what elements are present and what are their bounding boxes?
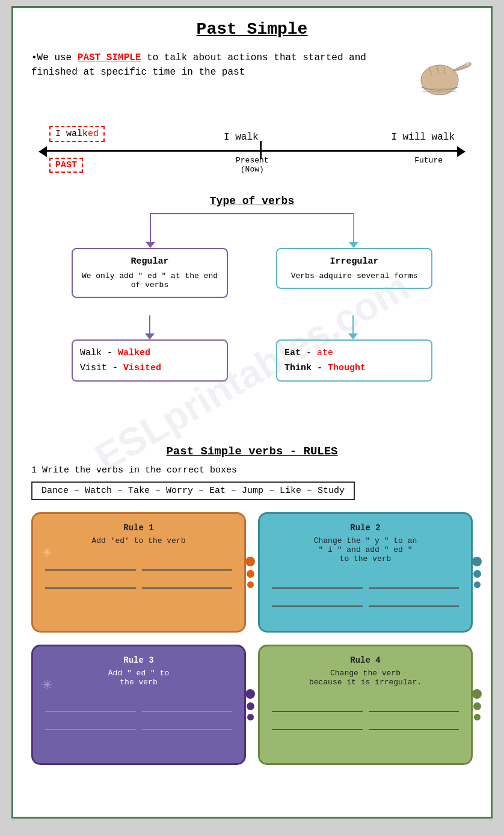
rule1-wrapper: ✳ Rule 1 Add 'ed' to the verb (31, 512, 246, 633)
rule1-title: Rule 1 (45, 523, 232, 533)
rule3-lines (45, 699, 232, 730)
rule3-dot2 (247, 702, 254, 710)
intro-text: •We use PAST SIMPLE to talk about action… (31, 51, 380, 79)
walked-box: I walked (49, 126, 105, 142)
right-drop-line (353, 213, 354, 246)
rule3-wrapper: ✳ Rule 3 Add " ed " to the verb (31, 645, 246, 765)
left-arrow-down (146, 242, 155, 248)
snowflake-3: ✳ (42, 673, 52, 694)
rule1-line1[interactable] (45, 557, 136, 571)
top-connector-line (150, 213, 354, 214)
regular-desc: We only add " ed " at the end of verbs (80, 271, 220, 290)
rule3-dot3 (247, 714, 254, 720)
irregular-result-box: Eat - ate Think - Thought (276, 339, 432, 382)
timeline-line (43, 150, 461, 152)
flowchart-title: Type of verbs (31, 195, 473, 207)
flowchart-section: Type of verbs Regular We only add " ed "… (31, 195, 473, 430)
rule3-line3[interactable] (45, 717, 136, 730)
irregular-title: Irregular (284, 256, 424, 267)
rule4-line3[interactable] (272, 717, 363, 730)
rule4-dot2 (473, 702, 481, 710)
rule2-wrapper: Rule 2 Change the " y " to an " i " and … (258, 512, 473, 633)
rule3-card: ✳ Rule 3 Add " ed " to the verb (31, 645, 246, 765)
walked-ed: ed (88, 129, 99, 139)
rule3-dot1 (245, 689, 255, 699)
regular-result-2-red: Visited (123, 363, 161, 373)
rule1-dots (245, 557, 255, 588)
rule1-subtitle: Add 'ed' to the verb (45, 536, 232, 545)
rule2-line1[interactable] (272, 575, 363, 589)
rule1-lines (45, 557, 232, 589)
regular-title: Regular (80, 256, 220, 267)
intro-before: •We use (31, 52, 78, 63)
rule1-dot2 (247, 570, 254, 578)
rule2-line4[interactable] (369, 593, 459, 607)
rule1-dot1 (245, 557, 255, 566)
rule2-line2[interactable] (369, 575, 459, 589)
will-walk-label: I will walk (391, 132, 455, 143)
past-box: PAST (49, 158, 83, 173)
rule1-line2[interactable] (142, 557, 233, 571)
rule1-card: ✳ Rule 1 Add 'ed' to the verb (31, 512, 246, 633)
rule4-wrapper: Rule 4 Change the verb because it is irr… (258, 645, 473, 765)
regular-box: Regular We only add " ed " at the end of… (72, 248, 228, 298)
svg-point-6 (466, 63, 470, 66)
rule2-dot1 (472, 557, 482, 566)
timeline-section: I walked PAST I walk Present(Now) I will… (31, 117, 473, 177)
rule4-dot3 (474, 714, 481, 720)
page-container: ESLprintables.com Past Simple •We use PA… (11, 6, 493, 819)
rules-title: Past Simple verbs - RULES (31, 445, 473, 458)
snowflake-1: ✳ (42, 541, 52, 562)
arrow-right (457, 146, 466, 157)
irregular-result-2: Think - Thought (284, 363, 424, 373)
rule2-dot3 (474, 581, 481, 588)
rule3-dots (245, 689, 255, 720)
rule2-dots (472, 557, 482, 588)
instruction: 1 Write the verbs in the correct boxes (31, 465, 473, 475)
rule4-dots (472, 689, 482, 720)
rule3-title: Rule 3 (45, 655, 232, 665)
rule4-lines (272, 699, 459, 730)
irregular-result-2-red: Thought (328, 363, 366, 373)
rule1-line3[interactable] (45, 575, 136, 589)
regular-result-2: Visit - Visited (80, 363, 220, 373)
rule2-line3[interactable] (272, 593, 363, 607)
arrow-left (38, 146, 47, 157)
future-label: Future (414, 156, 443, 165)
hand-icon (407, 51, 473, 99)
rule4-line4[interactable] (369, 717, 459, 730)
rule2-title: Rule 2 (272, 523, 459, 533)
verbs-box: Dance – Watch – Take – Worry – Eat – Jum… (31, 481, 355, 500)
regular-result-1: Walk - Walked (80, 348, 220, 358)
page-title: Past Simple (31, 20, 473, 39)
walk-label: I walk (224, 132, 259, 143)
irregular-desc: Verbs adquire several forms (284, 271, 424, 280)
intro-section: •We use PAST SIMPLE to talk about action… (31, 51, 473, 99)
rule3-line1[interactable] (45, 699, 136, 712)
rule4-line2[interactable] (369, 699, 459, 712)
irregular-box: Irregular Verbs adquire several forms (276, 248, 432, 289)
rule2-card: Rule 2 Change the " y " to an " i " and … (258, 512, 473, 633)
rule4-card: Rule 4 Change the verb because it is irr… (258, 645, 473, 765)
rule1-line4[interactable] (142, 575, 233, 589)
rules-section: Past Simple verbs - RULES 1 Write the ve… (31, 445, 473, 765)
rule3-subtitle: Add " ed " to the verb (45, 669, 232, 687)
intro-highlight: PAST SIMPLE (78, 52, 141, 63)
rule3-line4[interactable] (142, 717, 233, 730)
rule2-subtitle: Change the " y " to an " i " and add " e… (272, 536, 459, 563)
rule3-line2[interactable] (142, 699, 233, 712)
rule4-dot1 (472, 689, 482, 699)
left-drop-line (150, 213, 151, 246)
irregular-result-1: Eat - ate (284, 348, 424, 358)
rule4-title: Rule 4 (272, 655, 459, 665)
rule2-lines (272, 575, 459, 607)
irregular-result-1-red: ate (317, 348, 333, 358)
rules-grid: ✳ Rule 1 Add 'ed' to the verb (31, 512, 473, 765)
right-arrow-down (349, 242, 358, 248)
rule4-line1[interactable] (272, 699, 363, 712)
regular-result-1-red: Walked (118, 348, 150, 358)
flowchart-container: Regular We only add " ed " at the end of… (31, 213, 473, 430)
rule4-subtitle: Change the verb because it is irregular. (272, 669, 459, 687)
regular-result-box: Walk - Walked Visit - Visited (72, 339, 228, 382)
rule2-dot2 (473, 570, 481, 578)
